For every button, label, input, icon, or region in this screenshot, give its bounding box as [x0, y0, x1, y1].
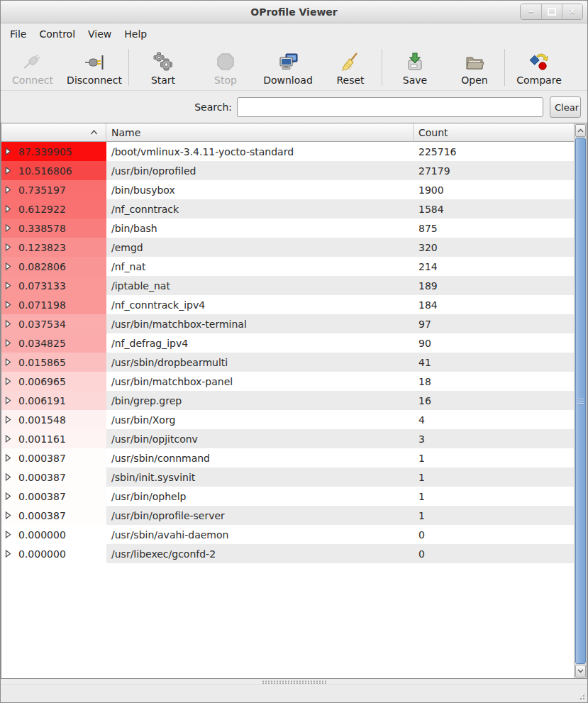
compare-button[interactable]: Compare: [506, 46, 572, 89]
menu-file[interactable]: File: [4, 26, 33, 43]
row-expander-icon[interactable]: [5, 205, 11, 213]
menu-help[interactable]: Help: [118, 26, 153, 43]
row-expander-icon[interactable]: [5, 301, 11, 309]
table-row[interactable]: 0.000387/sbin/init.sysvinit1: [1, 467, 574, 487]
row-name: /usr/bin/oprofile-server: [106, 506, 414, 525]
row-expander-icon[interactable]: [5, 435, 11, 443]
table-row[interactable]: 0.000387/usr/bin/oprofile-server1: [1, 506, 574, 525]
row-expander-icon[interactable]: [5, 454, 11, 462]
row-expander-icon[interactable]: [5, 416, 11, 424]
table-row[interactable]: 0.000000/usr/sbin/avahi-daemon0: [1, 525, 574, 544]
row-name: /nf_conntrack: [106, 199, 414, 218]
column-header-percent[interactable]: [1, 123, 106, 142]
row-expander-icon[interactable]: [5, 282, 11, 289]
row-name: /usr/sbin/connmand: [106, 448, 414, 467]
row-name: /bin/busybox: [106, 180, 414, 199]
row-expander-icon[interactable]: [5, 186, 11, 194]
row-count: 214: [414, 257, 574, 276]
table-row[interactable]: 0.001161/usr/bin/opjitconv3: [1, 429, 574, 448]
minimize-button[interactable]: –: [521, 4, 541, 19]
table-row[interactable]: 87.339905/boot/vmlinux-3.4.11-yocto-stan…: [1, 142, 574, 161]
reset-button[interactable]: Reset: [321, 46, 380, 89]
menu-view[interactable]: View: [82, 26, 118, 43]
row-count: 97: [414, 314, 574, 333]
row-name: /usr/bin/matchbox-terminal: [106, 314, 414, 333]
title-bar[interactable]: OProfile Viewer – ×: [1, 1, 587, 23]
maximize-button[interactable]: [541, 4, 562, 19]
sort-ascending-icon: [89, 129, 99, 135]
row-expander-icon[interactable]: [5, 224, 11, 232]
clear-button[interactable]: Clear: [550, 96, 581, 118]
row-expander-icon[interactable]: [5, 473, 11, 481]
download-button[interactable]: Download: [255, 46, 321, 89]
open-button[interactable]: Open: [446, 46, 503, 89]
row-expander-icon[interactable]: [5, 511, 11, 519]
row-name: /usr/bin/matchbox-panel: [106, 372, 414, 391]
table-row[interactable]: 0.015865/usr/sbin/dropbearmulti41: [1, 353, 574, 372]
row-expander-icon[interactable]: [5, 243, 11, 251]
row-percent: 0.000387: [18, 510, 66, 521]
row-expander-icon[interactable]: [5, 339, 11, 347]
row-name: /nf_conntrack_ipv4: [106, 295, 414, 314]
search-input[interactable]: [237, 97, 543, 117]
table-row[interactable]: 0.000387/usr/bin/ophelp1: [1, 487, 574, 506]
row-percent: 0.071198: [18, 299, 66, 311]
table-row[interactable]: 0.034825/nf_defrag_ipv490: [1, 333, 574, 353]
stop-label: Stop: [214, 74, 237, 86]
row-expander-icon[interactable]: [5, 167, 11, 175]
table-row[interactable]: 10.516806/usr/bin/oprofiled27179: [1, 161, 574, 180]
scroll-down-button[interactable]: [575, 665, 586, 677]
menu-control[interactable]: Control: [33, 26, 82, 43]
table-header: Name Count: [1, 123, 574, 142]
row-expander-icon[interactable]: [5, 320, 11, 328]
scroll-up-button[interactable]: [575, 124, 586, 137]
row-expander-icon[interactable]: [5, 550, 11, 558]
row-percent: 0.000000: [18, 548, 66, 560]
connect-label: Connect: [12, 74, 53, 86]
row-count: 1: [414, 506, 574, 525]
row-expander-icon[interactable]: [5, 262, 11, 270]
table-row[interactable]: 0.612922/nf_conntrack1584: [1, 199, 574, 218]
table-row[interactable]: 0.082806/nf_nat214: [1, 257, 574, 276]
connect-button: Connect: [4, 46, 62, 89]
row-expander-icon[interactable]: [5, 492, 11, 500]
close-button[interactable]: ×: [562, 4, 582, 19]
column-header-name[interactable]: Name: [106, 123, 414, 142]
start-button[interactable]: Start: [131, 46, 196, 89]
row-count: 1: [414, 448, 574, 467]
table-body: 87.339905/boot/vmlinux-3.4.11-yocto-stan…: [1, 142, 574, 563]
resize-grip-icon[interactable]: [577, 692, 586, 701]
row-expander-icon[interactable]: [5, 358, 11, 366]
table-row[interactable]: 0.735197/bin/busybox1900: [1, 180, 574, 199]
scrollbar-grip-icon: [577, 397, 584, 405]
vertical-scrollbar[interactable]: [574, 123, 587, 678]
row-count: 0: [414, 544, 574, 563]
row-expander-icon[interactable]: [5, 148, 11, 155]
table-row[interactable]: 0.071198/nf_conntrack_ipv4184: [1, 295, 574, 314]
row-percent: 0.000000: [18, 529, 66, 541]
table-row[interactable]: 0.037534/usr/bin/matchbox-terminal97: [1, 314, 574, 333]
save-button[interactable]: Save: [384, 46, 446, 89]
table-row[interactable]: 0.000000/usr/libexec/gconfd-20: [1, 544, 574, 563]
scrollbar-thumb[interactable]: [575, 138, 586, 664]
row-percent: 0.000387: [18, 453, 66, 464]
row-percent: 0.000387: [18, 472, 66, 483]
row-name: /iptable_nat: [106, 276, 414, 295]
row-expander-icon[interactable]: [5, 377, 11, 385]
table-row[interactable]: 0.073133/iptable_nat189: [1, 276, 574, 295]
table-row[interactable]: 0.006191/bin/grep.grep16: [1, 391, 574, 410]
table-row[interactable]: 0.338578/bin/bash875: [1, 218, 574, 238]
table-row[interactable]: 0.001548/usr/bin/Xorg4: [1, 410, 574, 429]
table-row[interactable]: 0.000387/usr/sbin/connmand1: [1, 448, 574, 467]
row-expander-icon[interactable]: [5, 397, 11, 404]
reset-label: Reset: [336, 74, 364, 86]
row-count: 4: [414, 410, 574, 429]
table-row[interactable]: 0.123823/emgd320: [1, 238, 574, 257]
row-name: /bin/grep.grep: [106, 391, 414, 410]
open-icon: [464, 48, 485, 72]
disconnect-button[interactable]: Disconnect: [62, 46, 127, 89]
row-expander-icon[interactable]: [5, 531, 11, 538]
row-count: 0: [414, 525, 574, 544]
table-row[interactable]: 0.006965/usr/bin/matchbox-panel18: [1, 372, 574, 391]
column-header-count[interactable]: Count: [414, 123, 574, 142]
